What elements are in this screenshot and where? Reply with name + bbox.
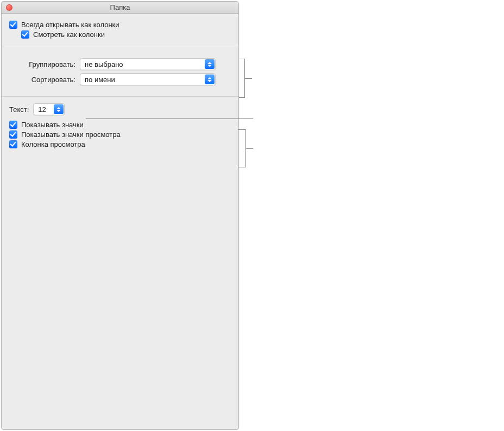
- window-title: Папка: [2, 3, 238, 11]
- folder-view-options-window: Папка Всегда открывать как колонки Смотр…: [1, 1, 239, 430]
- always-open-label: Всегда открывать как колонки: [21, 21, 119, 29]
- group-row: Группировать: не выбрано: [9, 58, 231, 70]
- preview-column-label: Колонка просмотра: [21, 140, 85, 148]
- always-open-row[interactable]: Всегда открывать как колонки: [9, 21, 231, 29]
- text-size-value: 12: [38, 105, 46, 114]
- browse-label: Смотреть как колонки: [33, 30, 105, 39]
- preview-column-row[interactable]: Колонка просмотра: [9, 140, 231, 148]
- sort-popup[interactable]: по имени: [80, 73, 216, 85]
- checkbox-checked-icon[interactable]: [21, 30, 29, 39]
- section-grouping: Группировать: не выбрано Сортировать: по…: [2, 47, 238, 97]
- group-popup[interactable]: не выбрано: [80, 58, 216, 70]
- section-text-options: Текст: 12 Показывать значки Показывать з…: [2, 97, 238, 429]
- annotation-bracket: [239, 59, 251, 98]
- chevron-updown-icon: [205, 74, 215, 84]
- chevron-updown-icon: [205, 59, 215, 69]
- checkbox-checked-icon[interactable]: [9, 121, 17, 129]
- sort-value: по имени: [85, 76, 115, 84]
- show-icon-preview-label: Показывать значки просмотра: [21, 130, 121, 139]
- close-icon[interactable]: [6, 4, 12, 11]
- text-size-label: Текст:: [9, 105, 29, 114]
- group-label: Группировать:: [9, 60, 80, 68]
- section-view-mode: Всегда открывать как колонки Смотреть ка…: [2, 14, 238, 47]
- checkbox-checked-icon[interactable]: [9, 21, 17, 29]
- text-size-row: Текст: 12: [9, 103, 231, 115]
- annotation-bracket: [238, 129, 253, 167]
- show-icons-row[interactable]: Показывать значки: [9, 121, 231, 129]
- show-icons-label: Показывать значки: [21, 121, 84, 129]
- chevron-updown-icon: [54, 104, 64, 114]
- show-icon-preview-row[interactable]: Показывать значки просмотра: [9, 130, 231, 139]
- sort-label: Сортировать:: [9, 76, 80, 84]
- annotation-line: [86, 118, 253, 119]
- checkbox-checked-icon[interactable]: [9, 140, 17, 148]
- text-size-popup[interactable]: 12: [33, 103, 65, 115]
- sort-row: Сортировать: по имени: [9, 73, 231, 85]
- window-controls: [6, 4, 12, 11]
- checkbox-checked-icon[interactable]: [9, 130, 17, 139]
- titlebar: Папка: [2, 2, 238, 14]
- browse-row[interactable]: Смотреть как колонки: [21, 30, 231, 39]
- group-value: не выбрано: [85, 60, 123, 68]
